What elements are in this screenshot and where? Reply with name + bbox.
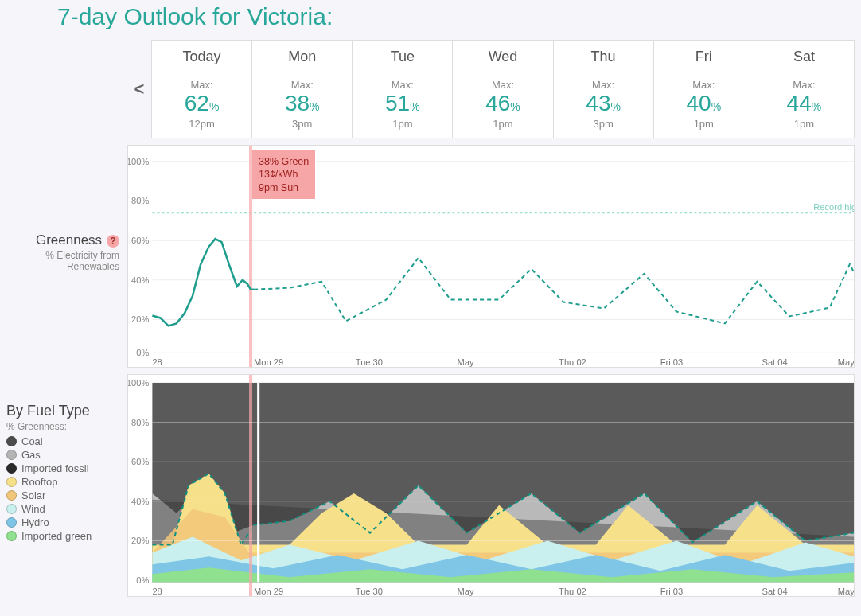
legend-swatch bbox=[6, 490, 17, 501]
svg-text:May: May bbox=[457, 587, 474, 596]
fuel-legend: By Fuel Type % Greenness: CoalGasImporte… bbox=[6, 374, 127, 597]
day-name: Sat bbox=[754, 49, 854, 72]
svg-text:20%: 20% bbox=[131, 315, 149, 325]
fuel-chart[interactable]: 100% 80% 60% 40% 20% 0% 28 Mon 29 Tue 30… bbox=[127, 374, 855, 597]
day-peak-time: 3pm bbox=[554, 118, 653, 130]
day-max-label: Max: bbox=[453, 79, 552, 91]
svg-text:May: May bbox=[457, 357, 474, 367]
legend-item[interactable]: Solar bbox=[6, 489, 119, 501]
svg-text:Tue 30: Tue 30 bbox=[356, 587, 383, 596]
svg-text:Tue 30: Tue 30 bbox=[356, 357, 383, 367]
svg-text:Sat 04: Sat 04 bbox=[762, 587, 787, 596]
legend-swatch bbox=[6, 504, 17, 514]
svg-text:80%: 80% bbox=[131, 418, 149, 427]
day-max-label: Max: bbox=[654, 79, 754, 91]
fuel-chart-block: By Fuel Type % Greenness: CoalGasImporte… bbox=[6, 374, 855, 597]
day-peak-time: 1pm bbox=[654, 118, 754, 130]
svg-text:28: 28 bbox=[152, 587, 162, 596]
legend-swatch bbox=[6, 477, 17, 487]
greenness-chart-block: Greenness ? % Electricity from Renewable… bbox=[6, 145, 855, 368]
svg-text:Mon 29: Mon 29 bbox=[254, 587, 283, 596]
legend-swatch bbox=[6, 463, 17, 474]
legend-item[interactable]: Gas bbox=[6, 449, 119, 461]
svg-text:60%: 60% bbox=[131, 236, 149, 245]
day-name: Fri bbox=[654, 49, 754, 72]
svg-rect-23 bbox=[249, 375, 252, 596]
day-name: Thu bbox=[554, 49, 653, 72]
greenness-label: Greenness ? % Electricity from Renewable… bbox=[6, 145, 127, 368]
svg-text:40%: 40% bbox=[131, 275, 149, 285]
svg-text:100%: 100% bbox=[128, 378, 150, 388]
legend-label: Imported green bbox=[21, 530, 92, 542]
svg-text:Sat 04: Sat 04 bbox=[762, 357, 787, 367]
legend-item[interactable]: Coal bbox=[6, 435, 119, 447]
day-name: Tue bbox=[353, 49, 452, 72]
svg-text:80%: 80% bbox=[131, 197, 149, 206]
greenness-title: Greenness bbox=[36, 232, 102, 248]
svg-text:May: May bbox=[838, 357, 854, 367]
legend-item[interactable]: Rooftop bbox=[6, 476, 119, 488]
forecast-day[interactable]: TueMax:51%1pm bbox=[353, 40, 453, 138]
day-max-label: Max: bbox=[754, 79, 854, 91]
legend-swatch bbox=[6, 531, 17, 541]
legend-item[interactable]: Hydro bbox=[6, 517, 119, 528]
legend-label: Wind bbox=[21, 503, 45, 515]
forecast-day[interactable]: FriMax:40%1pm bbox=[654, 40, 754, 138]
day-max-value: 46% bbox=[453, 91, 552, 116]
day-max-value: 44% bbox=[754, 91, 854, 116]
greenness-tooltip: 38% Green 13¢/kWh 9pm Sun bbox=[252, 150, 315, 199]
legend-swatch bbox=[6, 436, 17, 446]
svg-text:40%: 40% bbox=[131, 497, 149, 506]
day-max-value: 38% bbox=[252, 91, 352, 116]
svg-text:Fri 03: Fri 03 bbox=[660, 357, 683, 367]
day-max-label: Max: bbox=[353, 79, 452, 91]
greenness-chart[interactable]: Record high 100% 80% 60% 40% 20% 0% 28 M… bbox=[127, 145, 855, 368]
day-name: Mon bbox=[252, 49, 352, 72]
legend-label: Solar bbox=[21, 489, 45, 501]
day-name: Wed bbox=[453, 49, 552, 72]
legend-label: Rooftop bbox=[21, 476, 58, 488]
forecast-day[interactable]: MonMax:38%3pm bbox=[252, 40, 353, 138]
svg-text:100%: 100% bbox=[128, 157, 150, 166]
day-max-value: 51% bbox=[353, 91, 452, 116]
legend-item[interactable]: Wind bbox=[6, 503, 119, 515]
day-peak-time: 1pm bbox=[353, 118, 452, 130]
forecast-day[interactable]: WedMax:46%1pm bbox=[453, 40, 553, 138]
legend-item[interactable]: Imported green bbox=[6, 530, 119, 542]
forecast-day[interactable]: SatMax:44%1pm bbox=[754, 40, 855, 138]
page-title: 7-day Outlook for Victoria: bbox=[0, 0, 861, 40]
legend-label: Hydro bbox=[21, 517, 49, 528]
svg-text:Mon 29: Mon 29 bbox=[254, 357, 283, 367]
record-high-label: Record high bbox=[813, 203, 854, 212]
greenness-subtitle: % Electricity from Renewables bbox=[6, 250, 119, 272]
forecast-day[interactable]: ThuMax:43%3pm bbox=[554, 40, 654, 138]
day-peak-time: 1pm bbox=[453, 118, 552, 130]
legend-swatch bbox=[6, 450, 17, 460]
day-max-label: Max: bbox=[152, 79, 251, 91]
svg-text:28: 28 bbox=[152, 357, 162, 367]
forecast-day-row: < TodayMax:62%12pmMonMax:38%3pmTueMax:51… bbox=[127, 40, 855, 138]
svg-text:Fri 03: Fri 03 bbox=[660, 587, 683, 596]
day-peak-time: 12pm bbox=[152, 118, 251, 130]
legend-label: Imported fossil bbox=[21, 462, 89, 474]
svg-text:Thu 02: Thu 02 bbox=[559, 587, 586, 596]
fuel-title: By Fuel Type bbox=[6, 403, 119, 419]
svg-text:0%: 0% bbox=[136, 575, 149, 585]
day-peak-time: 3pm bbox=[252, 118, 352, 130]
prev-week-button[interactable]: < bbox=[127, 40, 151, 138]
svg-text:20%: 20% bbox=[131, 536, 149, 546]
day-max-value: 62% bbox=[152, 91, 251, 116]
svg-text:60%: 60% bbox=[131, 457, 149, 466]
day-max-value: 40% bbox=[654, 91, 754, 116]
day-name: Today bbox=[152, 49, 251, 72]
svg-rect-24 bbox=[257, 383, 259, 582]
day-max-label: Max: bbox=[554, 79, 653, 91]
help-icon[interactable]: ? bbox=[107, 235, 119, 248]
legend-item[interactable]: Imported fossil bbox=[6, 462, 119, 474]
legend-label: Gas bbox=[21, 449, 41, 461]
fuel-subtitle: % Greenness: bbox=[6, 421, 119, 432]
svg-text:0%: 0% bbox=[136, 348, 149, 357]
day-max-label: Max: bbox=[252, 79, 352, 91]
svg-text:Thu 02: Thu 02 bbox=[559, 357, 586, 367]
forecast-day[interactable]: TodayMax:62%12pm bbox=[151, 40, 252, 138]
